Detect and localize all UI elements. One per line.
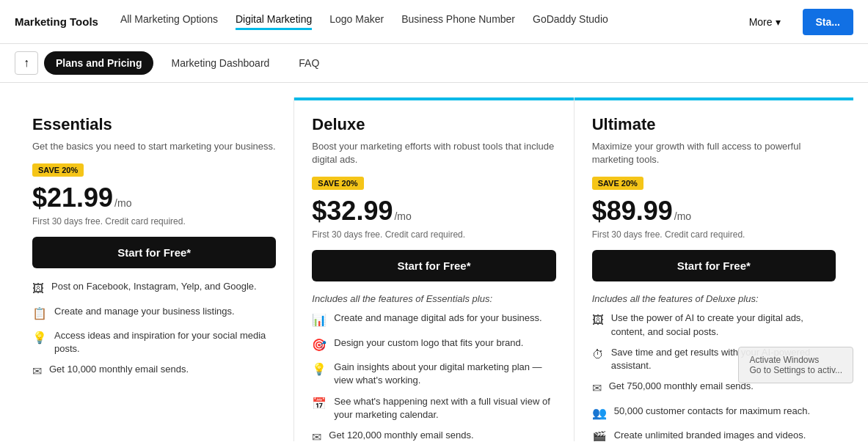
features-intro-deluxe: Includes all the features of Essentials … — [312, 293, 555, 304]
contacts-icon: 👥 — [592, 405, 607, 421]
digital-ads-icon: 📊 — [312, 312, 327, 328]
list-item: ✉ Get 120,000 monthly email sends. — [312, 429, 555, 441]
feature-text: Get 120,000 monthly email sends. — [329, 429, 473, 441]
ideas-icon: 💡 — [32, 330, 47, 346]
feature-text: Get 10,000 monthly email sends. — [49, 363, 189, 376]
plan-name-essentials: Essentials — [32, 115, 276, 134]
plan-desc-ultimate: Maximize your growth with full access to… — [592, 140, 836, 166]
list-item: 🎬 Create unlimited branded images and vi… — [592, 429, 836, 441]
list-item: 📊 Create and manage digital ads for your… — [312, 312, 555, 328]
plan-card-essentials: Essentials Get the basics you need to st… — [15, 97, 294, 441]
list-item: 💡 Gain insights about your digital marke… — [312, 361, 555, 387]
feature-text: Access ideas and inspiration for your so… — [54, 329, 276, 356]
list-item: 🖼 Post on Facebook, Instagram, Yelp, and… — [32, 280, 276, 297]
tabs-bar: ↑ Plans and Pricing Marketing Dashboard … — [0, 44, 868, 83]
list-item: 🖼 Use the power of AI to create your dig… — [592, 312, 836, 338]
nav-link-logo-maker[interactable]: Logo Maker — [329, 13, 384, 30]
nav-link-business-phone[interactable]: Business Phone Number — [401, 13, 515, 30]
email-icon: ✉ — [32, 364, 42, 380]
branded-media-icon: 🎬 — [592, 430, 607, 441]
price-row-ultimate: $89.99 /mo — [592, 196, 836, 226]
feature-text: Post on Facebook, Instagram, Yelp, and G… — [51, 280, 257, 293]
feature-text: Get 750,000 monthly email sends. — [609, 380, 754, 393]
feature-text: Create unlimited branded images and vide… — [614, 429, 806, 441]
nav-links: All Marketing Options Digital Marketing … — [120, 13, 727, 30]
feature-text: Gain insights about your digital marketi… — [334, 361, 555, 387]
start-btn-ultimate[interactable]: Start for Free* — [592, 250, 836, 281]
feature-text: Use the power of AI to create your digit… — [611, 312, 836, 338]
nav-link-all-marketing[interactable]: All Marketing Options — [120, 13, 218, 30]
feature-text: Design your custom logo that fits your b… — [334, 336, 523, 350]
chevron-down-icon: ▾ — [776, 16, 781, 28]
plan-card-ultimate: Ultimate Maximize your growth with full … — [575, 97, 853, 441]
list-item: 👥 50,000 customer contacts for maximum r… — [592, 405, 836, 421]
price-row-deluxe: $32.99 /mo — [312, 196, 555, 226]
list-item: 📅 See what's happening next with a full … — [312, 395, 555, 421]
nav-link-godaddy-studio[interactable]: GoDaddy Studio — [533, 13, 608, 30]
plan-desc-deluxe: Boost your marketing efforts with robust… — [312, 140, 555, 166]
calendar-icon: 📅 — [312, 396, 327, 412]
nav-more-menu[interactable]: More ▾ — [749, 16, 781, 28]
price-note-essentials: First 30 days free. Credit card required… — [32, 216, 276, 226]
feature-text: Create and manage digital ads for your b… — [334, 312, 541, 325]
feature-text: Create and manage your business listings… — [54, 305, 235, 318]
plan-name-ultimate: Ultimate — [592, 115, 836, 134]
post-social-icon: 🖼 — [32, 281, 44, 297]
email-sends-icon: ✉ — [312, 430, 321, 441]
save-badge-essentials: SAVE 20% — [32, 163, 84, 177]
plan-name-deluxe: Deluxe — [312, 115, 555, 134]
nav-start-button[interactable]: Sta... — [803, 9, 853, 35]
feature-list-deluxe: 📊 Create and manage digital ads for your… — [312, 312, 555, 441]
price-main-ultimate: $89.99 — [592, 196, 673, 226]
feature-text: See what's happening next with a full vi… — [334, 395, 555, 421]
tab-faq[interactable]: FAQ — [287, 51, 331, 75]
email-750k-icon: ✉ — [592, 380, 602, 397]
price-mo-ultimate: /mo — [674, 210, 691, 222]
start-btn-essentials[interactable]: Start for Free* — [32, 237, 276, 268]
price-main-deluxe: $32.99 — [312, 196, 393, 226]
feature-text: 50,000 customer contacts for maximum rea… — [614, 405, 810, 418]
save-badge-deluxe: SAVE 20% — [312, 177, 363, 190]
features-intro-ultimate: Includes all the features of Deluxe plus… — [592, 293, 836, 304]
list-item: 📋 Create and manage your business listin… — [32, 305, 276, 322]
insights-icon: 💡 — [312, 361, 327, 377]
price-note-deluxe: First 30 days free. Credit card required… — [312, 229, 555, 240]
ai-assistant-icon: ⏱ — [592, 347, 604, 363]
plan-card-deluxe: Deluxe Boost your marketing efforts with… — [294, 97, 574, 441]
list-item: ✉ Get 10,000 monthly email sends. — [32, 363, 276, 380]
price-row-essentials: $21.99 /mo — [32, 183, 276, 213]
tab-marketing-dashboard[interactable]: Marketing Dashboard — [159, 51, 281, 75]
nav-link-digital-marketing[interactable]: Digital Marketing — [236, 13, 312, 30]
top-navigation: Marketing Tools All Marketing Options Di… — [0, 0, 868, 44]
list-item: ⏱ Save time and get results with your AI… — [592, 346, 836, 372]
price-note-ultimate: First 30 days free. Credit card required… — [592, 229, 836, 240]
feature-list-ultimate: 🖼 Use the power of AI to create your dig… — [592, 312, 836, 441]
nav-brand: Marketing Tools — [15, 15, 98, 28]
start-btn-deluxe[interactable]: Start for Free* — [312, 250, 555, 281]
price-mo-essentials: /mo — [114, 197, 131, 209]
price-main-essentials: $21.99 — [32, 183, 113, 213]
listings-icon: 📋 — [32, 306, 47, 322]
save-badge-ultimate: SAVE 20% — [592, 177, 643, 190]
list-item: 🎯 Design your custom logo that fits your… — [312, 336, 555, 353]
plan-desc-essentials: Get the basics you need to start marketi… — [32, 140, 276, 153]
feature-list-essentials: 🖼 Post on Facebook, Instagram, Yelp, and… — [32, 280, 276, 380]
nav-more-label: More — [749, 16, 773, 28]
ai-ads-icon: 🖼 — [592, 312, 604, 328]
plans-area: Essentials Get the basics you need to st… — [0, 83, 868, 441]
price-mo-deluxe: /mo — [394, 210, 411, 222]
list-item: ✉ Get 750,000 monthly email sends. — [592, 380, 836, 397]
tab-plans-pricing[interactable]: Plans and Pricing — [44, 51, 153, 75]
logo-icon: 🎯 — [312, 337, 327, 353]
tab-back-button[interactable]: ↑ — [15, 51, 38, 75]
feature-text: Save time and get results with your AI-p… — [611, 346, 836, 372]
list-item: 💡 Access ideas and inspiration for your … — [32, 329, 276, 356]
